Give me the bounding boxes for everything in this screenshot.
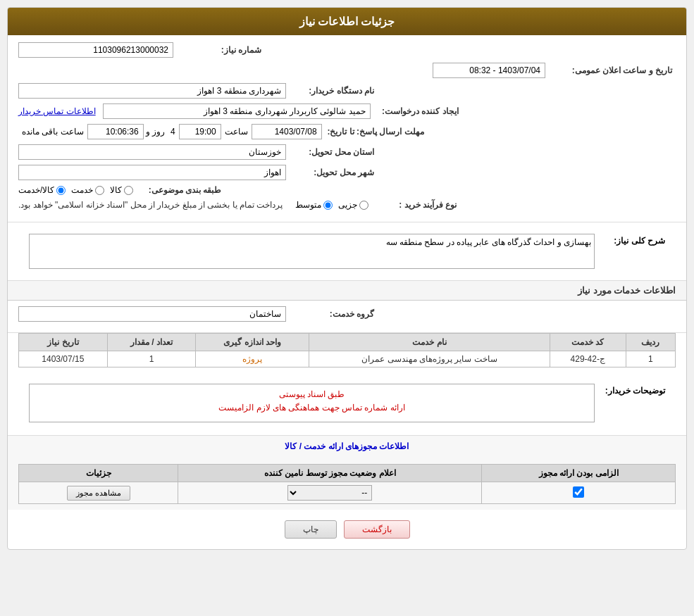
view-majoz-button[interactable]: مشاهده مجوز bbox=[67, 486, 130, 501]
cell-kod: ج-42-429 bbox=[550, 351, 626, 367]
ilan-row: تاریخ و ساعت اعلان عمومی: bbox=[18, 63, 676, 78]
col-tedad: تعداد / مقدار bbox=[107, 334, 196, 351]
ilan-label: تاریخ و ساعت اعلان عمومی: bbox=[549, 65, 676, 75]
majozat-col-eelam: اعلام وضعیت مجوز توسط نامین کننده bbox=[178, 465, 482, 482]
baqi-mande-input[interactable] bbox=[87, 124, 144, 139]
table-row: 1 ج-42-429 ساخت سایر پروژه‌های مهندسی عم… bbox=[19, 351, 676, 367]
tabaqe-kala-khedmat-radio[interactable] bbox=[56, 186, 66, 195]
tabaqe-kala-radio[interactable] bbox=[124, 186, 133, 195]
ijad-konande-label: ایجاد کننده درخواست: bbox=[371, 106, 462, 116]
elzami-checkbox[interactable] bbox=[573, 486, 584, 498]
noe-farayand-label: نوع فرآیند خرید : bbox=[368, 200, 460, 210]
baqi-mande-label: ساعت باقی مانده bbox=[18, 127, 87, 137]
ijad-konande-row: ایجاد کننده درخواست: اطلاعات تماس خریدار bbox=[18, 103, 676, 119]
header-title-text: جزئیات اطلاعات نیاز bbox=[299, 15, 395, 27]
ostan-row: استان محل تحویل: bbox=[18, 144, 676, 160]
nam-dastgah-input[interactable] bbox=[18, 83, 286, 99]
majozat-col-joziyat: جزئیات bbox=[19, 465, 178, 482]
tarikh-label: مهلت ارسال پاسخ: تا تاریخ: bbox=[322, 127, 428, 137]
top-fields-section: شماره نیاز: تاریخ و ساعت اعلان عمومی: نا… bbox=[8, 35, 686, 222]
main-card: جزئیات اطلاعات نیاز شماره نیاز: تاریخ و … bbox=[7, 7, 687, 550]
majozat-col-elzami: الزامی بودن ارائه مجوز bbox=[482, 465, 676, 482]
ijad-konande-input[interactable] bbox=[103, 103, 371, 119]
roz-baqi-value: 4 bbox=[167, 127, 179, 137]
farayand-jozii-radio[interactable] bbox=[359, 201, 368, 210]
gorohe-section: گروه خدمت: bbox=[8, 301, 686, 333]
majozat-section: اطلاعات مجوزهای ارائه خدمت / کالا الزامی… bbox=[8, 435, 686, 510]
tabaqe-khedmat-item: خدمت bbox=[71, 185, 104, 195]
tabaqe-kala-label: کالا bbox=[110, 185, 122, 195]
farayand-motaset-radio[interactable] bbox=[323, 201, 333, 210]
khadamat-title-text: اطلاعات خدمات مورد نیاز bbox=[578, 285, 676, 296]
majozat-table: الزامی بودن ارائه مجوز اعلام وضعیت مجوز … bbox=[18, 464, 676, 504]
back-button[interactable]: بازگشت bbox=[344, 520, 410, 539]
page-title: جزئیات اطلاعات نیاز bbox=[8, 8, 686, 35]
cell-nam: ساخت سایر پروژه‌های مهندسی عمران bbox=[309, 351, 550, 367]
col-radif: ردیف bbox=[626, 334, 675, 351]
farayand-motaset-label: متوسط bbox=[295, 200, 321, 210]
ilan-input[interactable] bbox=[433, 63, 545, 78]
tabaqe-radio-group: کالا خدمت کالا/خدمت bbox=[18, 185, 133, 195]
tabaqe-khedmat-label: خدمت bbox=[71, 185, 93, 195]
sharh-koli-section: شرح کلی نیاز: بهسازی و احداث گذرگاه های … bbox=[8, 222, 686, 281]
shomare-niaz-input[interactable] bbox=[18, 42, 173, 58]
sharh-koli-row: شرح کلی نیاز: بهسازی و احداث گذرگاه های … bbox=[29, 234, 665, 269]
shomare-niaz-row: شماره نیاز: bbox=[18, 42, 676, 58]
tamas-khardar-link[interactable]: اطلاعات تماس خریدار bbox=[18, 106, 96, 116]
col-tarikh: تاریخ نیاز bbox=[19, 334, 108, 351]
majozat-joziyat-cell: مشاهده مجوز bbox=[19, 482, 178, 504]
eelam-select[interactable]: -- bbox=[287, 485, 372, 501]
tozihat-label: توضیحات خریدار: bbox=[602, 384, 665, 396]
roz-label: روز و bbox=[144, 127, 167, 137]
cell-vahed: پروژه bbox=[196, 351, 309, 367]
gorohe-label: گروه خدمت: bbox=[286, 309, 378, 319]
sharh-koli-label: شرح کلی نیاز: bbox=[602, 234, 665, 246]
shahr-label: شهر محل تحویل: bbox=[286, 168, 378, 177]
tozihat-content: طبق اسناد پیوستی ارائه شماره تماس جهت هم… bbox=[29, 384, 595, 422]
tarikh-date-input[interactable] bbox=[252, 124, 322, 139]
farayand-jozii-item: جزیی bbox=[338, 200, 368, 210]
majozat-elzami-cell bbox=[482, 482, 676, 504]
cell-tarikh: 1403/07/15 bbox=[19, 351, 108, 367]
khadamat-table-section: ردیف کد خدمت نام خدمت واحد اندازه گیری ت… bbox=[8, 333, 686, 375]
ilan-left: تاریخ و ساعت اعلان عمومی: bbox=[433, 63, 676, 78]
tabaqe-khedmat-radio[interactable] bbox=[95, 186, 104, 195]
tabaqe-kala-item: کالا bbox=[110, 185, 133, 195]
farayand-jozii-label: جزیی bbox=[338, 200, 357, 210]
shahr-input[interactable] bbox=[18, 165, 286, 180]
majozat-title: اطلاعات مجوزهای ارائه خدمت / کالا bbox=[18, 441, 676, 451]
cell-tedad: 1 bbox=[107, 351, 196, 367]
farayand-motaset-item: متوسط bbox=[295, 200, 333, 210]
print-button[interactable]: چاپ bbox=[285, 520, 337, 539]
ostan-label: استان محل تحویل: bbox=[286, 147, 378, 157]
ostan-input[interactable] bbox=[18, 144, 286, 160]
khadamat-table: ردیف کد خدمت نام خدمت واحد اندازه گیری ت… bbox=[18, 333, 676, 367]
tabaqe-row: طبقه بندی موضوعی: کالا خدمت کالا/خدمت bbox=[18, 185, 676, 195]
tabaqe-kala-khedmat-label: کالا/خدمت bbox=[18, 185, 54, 195]
saat-input[interactable] bbox=[179, 124, 221, 139]
tozihat-line2: ارائه شماره تماس جهت هماهنگی های لازم ال… bbox=[33, 401, 590, 415]
gorohe-row: گروه خدمت: bbox=[18, 306, 676, 322]
tozihat-row: توضیحات خریدار: طبق اسناد پیوستی ارائه ش… bbox=[29, 384, 665, 422]
noe-farayand-row: نوع فرآیند خرید : جزیی متوسط پرداخت تمام… bbox=[18, 200, 676, 210]
col-nam: نام خدمت bbox=[309, 334, 550, 351]
col-vahed: واحد اندازه گیری bbox=[196, 334, 309, 351]
cell-radif: 1 bbox=[626, 351, 675, 367]
col-kod: کد خدمت bbox=[550, 334, 626, 351]
tabaqe-label: طبقه بندی موضوعی: bbox=[133, 185, 225, 195]
nam-dastgah-row: نام دستگاه خریدار: bbox=[18, 83, 676, 99]
tozihat-line1: طبق اسناد پیوستی bbox=[33, 388, 590, 401]
tozihat-section: توضیحات خریدار: طبق اسناد پیوستی ارائه ش… bbox=[8, 375, 686, 435]
tarikh-row: مهلت ارسال پاسخ: تا تاریخ: ساعت 4 روز و … bbox=[18, 124, 676, 139]
farayand-radio-group: جزیی متوسط پرداخت تمام یا بخشی از مبلغ خ… bbox=[18, 200, 368, 210]
saat-label: ساعت bbox=[221, 127, 252, 137]
majozat-eelam-cell: -- bbox=[178, 482, 482, 504]
farayand-desc: پرداخت تمام یا بخشی از مبلغ خریدار از مح… bbox=[18, 200, 283, 210]
majozat-row: -- مشاهده مجوز bbox=[19, 482, 676, 504]
shomare-niaz-label: شماره نیاز: bbox=[173, 45, 265, 55]
sharh-koli-textarea[interactable]: بهسازی و احداث گذرگاه های عابر پیاده در … bbox=[29, 234, 595, 269]
button-group: بازگشت چاپ bbox=[8, 510, 686, 549]
nam-dastgah-label: نام دستگاه خریدار: bbox=[286, 86, 378, 96]
gorohe-input[interactable] bbox=[18, 306, 286, 322]
shahr-row: شهر محل تحویل: bbox=[18, 165, 676, 180]
